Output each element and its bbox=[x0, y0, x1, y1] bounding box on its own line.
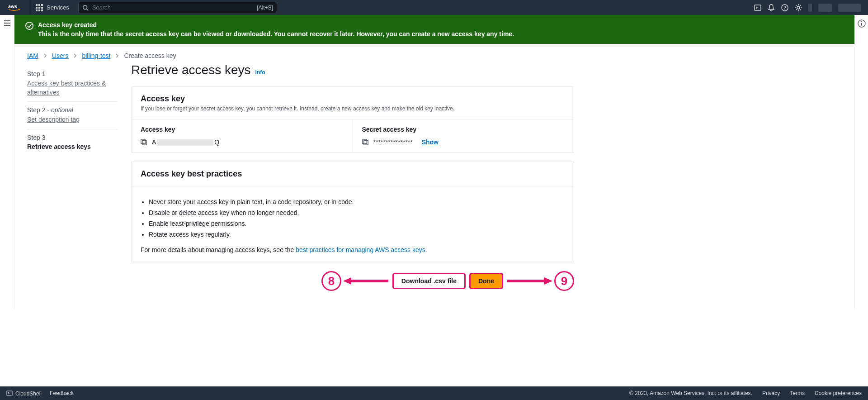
chevron-right-icon bbox=[43, 52, 47, 59]
access-key-value: AQ bbox=[152, 138, 219, 146]
svg-rect-8 bbox=[38, 10, 40, 11]
services-label: Services bbox=[47, 4, 69, 11]
svg-point-15 bbox=[797, 6, 800, 9]
account-menu-redacted[interactable] bbox=[838, 4, 861, 12]
notifications-icon[interactable] bbox=[768, 4, 775, 11]
svg-point-10 bbox=[83, 5, 87, 9]
svg-text:?: ? bbox=[783, 5, 786, 10]
hamburger-icon bbox=[4, 19, 11, 27]
wizard-step-1-number: Step 1 bbox=[27, 70, 118, 77]
flash-title: Access key created bbox=[38, 21, 514, 29]
svg-rect-2 bbox=[38, 4, 40, 6]
svg-point-26 bbox=[861, 21, 862, 22]
help-icon[interactable]: ? bbox=[781, 4, 788, 11]
svg-rect-9 bbox=[41, 10, 43, 11]
copy-icon[interactable] bbox=[362, 139, 369, 146]
region-selector-redacted[interactable] bbox=[808, 4, 812, 12]
info-link[interactable]: Info bbox=[255, 69, 265, 76]
side-nav-collapsed[interactable] bbox=[0, 15, 14, 309]
svg-marker-24 bbox=[544, 277, 552, 285]
top-navbar: aws Services [Alt+S] ? bbox=[0, 0, 868, 15]
breadcrumb: IAM Users billing-test Create access key bbox=[14, 44, 854, 63]
wizard-step-3-title: Retrieve access keys bbox=[27, 143, 118, 150]
breadcrumb-user[interactable]: billing-test bbox=[82, 52, 110, 59]
list-item: Rotate access keys regularly. bbox=[149, 231, 565, 238]
wizard-step-3: Step 3 Retrieve access keys bbox=[27, 129, 118, 155]
secret-key-label: Secret access key bbox=[362, 126, 565, 133]
wizard-steps: Step 1 Access key best practices & alter… bbox=[27, 63, 118, 291]
list-item: Enable least-privilege permissions. bbox=[149, 220, 565, 227]
secret-key-value: **************** bbox=[373, 138, 413, 146]
download-csv-button[interactable]: Download .csv file bbox=[393, 273, 465, 289]
breadcrumb-users[interactable]: Users bbox=[52, 52, 69, 59]
annotation-8: 8 bbox=[321, 271, 388, 291]
list-item: Disable or delete access key when no lon… bbox=[149, 209, 565, 216]
svg-rect-19 bbox=[363, 140, 368, 144]
help-panel-collapsed[interactable] bbox=[854, 15, 868, 309]
best-practices-card: Access key best practices Never store yo… bbox=[131, 162, 574, 262]
svg-text:aws: aws bbox=[8, 4, 17, 9]
svg-rect-7 bbox=[36, 10, 38, 11]
global-search[interactable]: [Alt+S] bbox=[78, 2, 277, 13]
access-key-cell: Access key AQ bbox=[132, 119, 353, 152]
best-practices-list: Never store your access key in plain tex… bbox=[141, 198, 565, 238]
action-row: 8 Download .csv file Done 9 bbox=[131, 271, 574, 291]
callout-8: 8 bbox=[321, 271, 341, 291]
settings-icon[interactable] bbox=[795, 4, 802, 11]
svg-rect-18 bbox=[141, 139, 145, 143]
wizard-step-1[interactable]: Step 1 Access key best practices & alter… bbox=[27, 66, 118, 102]
cloudshell-icon[interactable] bbox=[754, 4, 761, 11]
svg-rect-6 bbox=[41, 7, 43, 9]
wizard-step-2-number: Step 2 - optional bbox=[27, 106, 118, 114]
access-key-redacted bbox=[157, 139, 213, 146]
search-input[interactable] bbox=[92, 4, 257, 11]
show-secret-link[interactable]: Show bbox=[422, 138, 439, 146]
topnav-right: ? bbox=[754, 4, 863, 12]
chevron-right-icon bbox=[73, 52, 77, 59]
info-icon bbox=[858, 19, 866, 28]
svg-rect-1 bbox=[36, 4, 38, 6]
svg-rect-17 bbox=[142, 140, 146, 144]
flash-message: This is the only time that the secret ac… bbox=[38, 30, 514, 38]
callout-9: 9 bbox=[554, 271, 574, 291]
wizard-step-2-title[interactable]: Set description tag bbox=[27, 115, 118, 124]
access-key-card-title: Access key bbox=[141, 94, 565, 104]
access-key-card-desc: If you lose or forget your secret access… bbox=[141, 105, 565, 112]
best-practices-title: Access key best practices bbox=[141, 169, 565, 179]
best-practices-footer: For more details about managing access k… bbox=[141, 246, 565, 253]
chevron-right-icon bbox=[115, 52, 119, 59]
wizard-step-3-number: Step 3 bbox=[27, 134, 118, 141]
region-selector-redacted[interactable] bbox=[818, 4, 832, 12]
svg-line-11 bbox=[86, 9, 88, 10]
aws-logo[interactable]: aws bbox=[5, 0, 30, 15]
svg-rect-4 bbox=[36, 7, 38, 9]
copy-icon[interactable] bbox=[141, 139, 147, 146]
search-shortcut: [Alt+S] bbox=[257, 5, 273, 11]
success-flash: Access key created This is the only time… bbox=[14, 15, 854, 44]
page-title: Retrieve access keys bbox=[131, 63, 251, 77]
done-button[interactable]: Done bbox=[470, 273, 503, 289]
access-key-card: Access key If you lose or forget your se… bbox=[131, 86, 574, 152]
svg-marker-22 bbox=[343, 277, 351, 285]
annotation-9: 9 bbox=[507, 271, 574, 291]
secret-key-cell: Secret access key **************** Show bbox=[353, 119, 574, 152]
search-icon bbox=[82, 5, 89, 11]
svg-rect-27 bbox=[861, 23, 862, 26]
arrow-left-icon bbox=[343, 276, 388, 286]
breadcrumb-iam[interactable]: IAM bbox=[27, 52, 38, 59]
svg-rect-3 bbox=[41, 4, 43, 6]
list-item: Never store your access key in plain tex… bbox=[149, 198, 565, 205]
arrow-right-icon bbox=[507, 276, 552, 286]
breadcrumb-current: Create access key bbox=[124, 52, 176, 59]
best-practices-doc-link[interactable]: best practices for managing AWS access k… bbox=[296, 246, 425, 253]
services-menu[interactable]: Services bbox=[30, 0, 75, 15]
access-key-label: Access key bbox=[141, 126, 344, 133]
wizard-step-1-title[interactable]: Access key best practices & alternatives bbox=[27, 79, 118, 97]
wizard-step-2[interactable]: Step 2 - optional Set description tag bbox=[27, 102, 118, 129]
svg-rect-5 bbox=[38, 7, 40, 9]
svg-point-16 bbox=[26, 22, 33, 29]
svg-rect-20 bbox=[362, 139, 366, 143]
success-check-icon bbox=[25, 22, 33, 30]
